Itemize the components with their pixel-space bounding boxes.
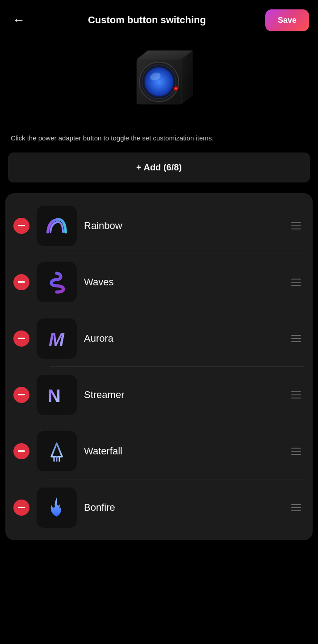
- item-icon-rainbow: [37, 206, 77, 246]
- drag-line: [291, 335, 301, 336]
- svg-point-8: [175, 88, 177, 89]
- device-preview: [0, 36, 318, 125]
- remove-button[interactable]: [13, 387, 29, 403]
- drag-handle[interactable]: [288, 500, 305, 515]
- item-icon-waves: [37, 262, 77, 302]
- item-label: Streamer: [84, 389, 280, 401]
- items-list: Rainbow Waves: [5, 193, 313, 540]
- drag-handle[interactable]: [288, 444, 305, 458]
- drag-handle[interactable]: [288, 388, 305, 402]
- list-item: Rainbow: [5, 198, 313, 254]
- list-item: M Aurora: [5, 310, 313, 367]
- device-image: [119, 46, 199, 120]
- back-button[interactable]: ←: [9, 9, 29, 31]
- list-item: N Streamer: [5, 367, 313, 423]
- page-title: Custom button switching: [88, 14, 206, 26]
- list-item: Waves: [5, 254, 313, 310]
- drag-line: [291, 282, 301, 283]
- drag-line: [291, 225, 301, 226]
- remove-button[interactable]: [13, 274, 29, 290]
- add-button[interactable]: + Add (6/8): [8, 153, 310, 182]
- drag-line: [291, 454, 301, 455]
- drag-line: [291, 338, 301, 339]
- svg-marker-11: [51, 443, 62, 457]
- item-label: Bonfire: [84, 502, 280, 513]
- drag-line: [291, 448, 301, 449]
- svg-point-5: [145, 68, 173, 96]
- drag-line: [291, 279, 301, 280]
- drag-line: [291, 229, 301, 229]
- drag-line: [291, 398, 301, 398]
- save-button[interactable]: Save: [265, 9, 309, 31]
- item-icon-streamer: N: [37, 375, 77, 415]
- list-item: Bonfire: [5, 479, 313, 536]
- drag-line: [291, 391, 301, 392]
- drag-line: [291, 510, 301, 511]
- remove-button[interactable]: [13, 218, 29, 234]
- svg-marker-1: [181, 51, 192, 104]
- instruction-text: Click the power adapter button to toggle…: [0, 125, 318, 153]
- drag-line: [291, 394, 301, 395]
- drag-handle[interactable]: [288, 219, 305, 233]
- drag-line: [291, 451, 301, 452]
- item-icon-bonfire: [37, 487, 77, 528]
- drag-handle[interactable]: [288, 275, 305, 289]
- svg-text:N: N: [48, 386, 61, 406]
- drag-line: [291, 341, 301, 342]
- header: ← Custom button switching Save: [0, 0, 318, 36]
- drag-line: [291, 507, 301, 508]
- item-label: Waves: [84, 276, 280, 288]
- remove-button[interactable]: [13, 330, 29, 347]
- drag-line: [291, 285, 301, 286]
- remove-button[interactable]: [13, 500, 29, 516]
- drag-line: [291, 222, 301, 223]
- item-label: Rainbow: [84, 220, 280, 232]
- item-label: Aurora: [84, 333, 280, 344]
- drag-line: [291, 504, 301, 505]
- drag-handle[interactable]: [288, 331, 305, 346]
- remove-button[interactable]: [13, 443, 29, 459]
- svg-text:M: M: [49, 329, 65, 350]
- list-item: Waterfall: [5, 423, 313, 479]
- item-icon-waterfall: [37, 431, 77, 471]
- item-icon-aurora: M: [37, 318, 77, 359]
- item-label: Waterfall: [84, 445, 280, 457]
